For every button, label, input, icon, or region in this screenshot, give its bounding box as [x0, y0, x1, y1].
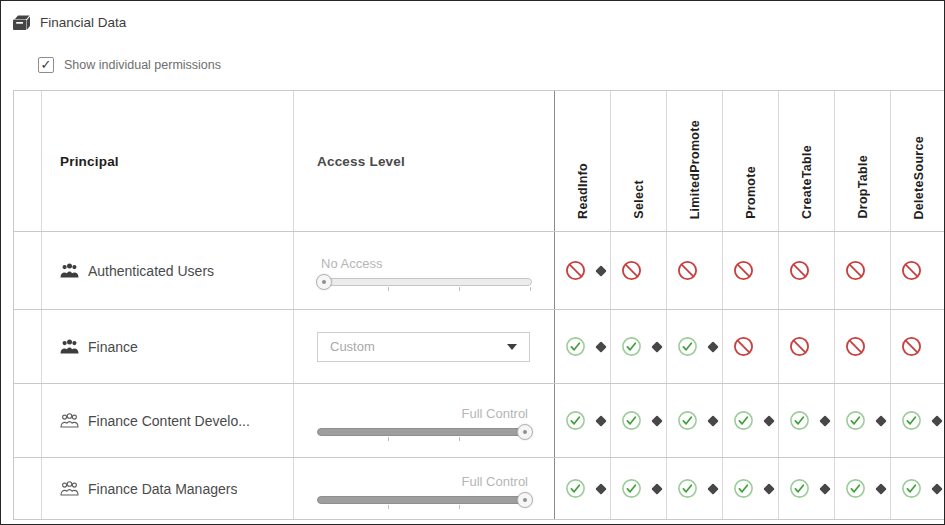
allow-icon [621, 478, 642, 499]
allow-icon [621, 410, 642, 431]
deny-icon [733, 336, 754, 357]
permission-column-header-cell: Select [611, 91, 667, 231]
permission-cell[interactable] [667, 384, 723, 457]
permission-column-header: Select [632, 180, 646, 219]
slider-track[interactable] [317, 496, 532, 504]
explicit-setting-diamond-icon [875, 415, 886, 426]
allow-icon [901, 478, 922, 499]
slider-value-label: Full Control [321, 406, 528, 421]
authorization-window: { "header": { "title": "Financial Data" … [0, 0, 945, 525]
principal-name: Finance Data Managers [88, 481, 237, 497]
permission-cell[interactable] [667, 310, 723, 383]
allow-icon [733, 478, 754, 499]
access-level-cell: No Access [294, 232, 555, 309]
principal-cell: Finance Content Develo... [42, 384, 294, 457]
explicit-setting-diamond-icon [651, 483, 662, 494]
row-selector-cell[interactable] [14, 458, 42, 519]
permission-cell[interactable] [891, 384, 945, 457]
slider-handle[interactable] [316, 274, 332, 290]
permission-cell[interactable] [891, 310, 945, 383]
row-selector-header-cell [14, 91, 42, 231]
permission-column-header-cell: Promote [723, 91, 779, 231]
table-row: Authenticated Users No Access [14, 232, 945, 310]
slider-track[interactable] [317, 428, 532, 436]
permission-cell[interactable] [835, 458, 891, 519]
permission-cell[interactable] [611, 310, 667, 383]
allow-icon [733, 410, 754, 431]
table-row: Finance Content Develo... Full Control [14, 384, 945, 458]
permission-cell[interactable] [835, 232, 891, 309]
table-row: Finance Custom [14, 310, 945, 384]
permission-cell[interactable] [611, 232, 667, 309]
explicit-setting-diamond-icon [595, 483, 606, 494]
access-level-slider[interactable]: No Access [317, 256, 532, 286]
permission-cell[interactable] [779, 384, 835, 457]
permission-cell[interactable] [891, 232, 945, 309]
show-permissions-row: Show individual permissions [38, 57, 944, 73]
permission-cell[interactable] [723, 232, 779, 309]
permission-column-header-cell: LimitedPromote [667, 91, 723, 231]
access-level-dropdown[interactable]: Custom [317, 332, 530, 362]
permission-column-header-cell: DeleteSource [891, 91, 945, 231]
permission-cell[interactable] [779, 232, 835, 309]
permission-cell[interactable] [779, 458, 835, 519]
permission-column-header: DropTable [856, 155, 870, 219]
deny-icon [845, 260, 866, 281]
principal-name: Finance Content Develo... [88, 413, 250, 429]
permission-cell[interactable] [555, 310, 611, 383]
show-permissions-checkbox[interactable] [38, 57, 54, 73]
permission-cell[interactable] [835, 310, 891, 383]
explicit-setting-diamond-icon [931, 483, 942, 494]
allow-icon [677, 336, 698, 357]
explicit-setting-diamond-icon [651, 415, 662, 426]
group-filled-icon [60, 339, 79, 354]
principal-column-header: Principal [60, 154, 119, 169]
deny-icon [565, 260, 586, 281]
row-selector-cell[interactable] [14, 232, 42, 309]
row-selector-cell[interactable] [14, 310, 42, 383]
permission-cell[interactable] [891, 458, 945, 519]
access-level-slider[interactable]: Full Control [317, 406, 532, 436]
slider-tick [530, 287, 531, 291]
permission-cell[interactable] [667, 232, 723, 309]
page-header: Financial Data [1, 1, 944, 33]
slider-tick [459, 505, 460, 509]
show-permissions-label: Show individual permissions [64, 58, 221, 72]
slider-track[interactable] [317, 278, 532, 286]
permission-cell[interactable] [611, 384, 667, 457]
permission-cell[interactable] [555, 384, 611, 457]
slider-tick [459, 287, 460, 291]
access-level-cell: Full Control [294, 384, 555, 457]
allow-icon [789, 410, 810, 431]
deny-icon [901, 260, 922, 281]
permission-cell[interactable] [835, 384, 891, 457]
group-outline-icon [60, 481, 79, 496]
permission-column-header-cell: ReadInfo [555, 91, 611, 231]
row-selector-cell[interactable] [14, 384, 42, 457]
permission-cell[interactable] [723, 384, 779, 457]
allow-icon [901, 410, 922, 431]
slider-handle[interactable] [517, 492, 533, 508]
allow-icon [845, 478, 866, 499]
principal-cell: Authenticated Users [42, 232, 294, 309]
slider-handle[interactable] [517, 424, 533, 440]
permission-column-header-cell: DropTable [835, 91, 891, 231]
permission-cell[interactable] [779, 310, 835, 383]
explicit-setting-diamond-icon [595, 265, 606, 276]
permission-cell[interactable] [667, 458, 723, 519]
permission-cell[interactable] [611, 458, 667, 519]
permission-cell[interactable] [555, 232, 611, 309]
deny-icon [789, 260, 810, 281]
permission-column-header: DeleteSource [912, 136, 926, 220]
allow-icon [845, 410, 866, 431]
permission-cell[interactable] [723, 458, 779, 519]
library-icon [12, 14, 31, 31]
permission-column-header: CreateTable [800, 145, 814, 219]
permission-cell[interactable] [723, 310, 779, 383]
allow-icon [565, 478, 586, 499]
deny-icon [677, 260, 698, 281]
access-level-column-header: Access Level [317, 154, 405, 169]
permission-cell[interactable] [555, 458, 611, 519]
access-level-slider[interactable]: Full Control [317, 474, 532, 504]
permission-column-header-cell: CreateTable [779, 91, 835, 231]
